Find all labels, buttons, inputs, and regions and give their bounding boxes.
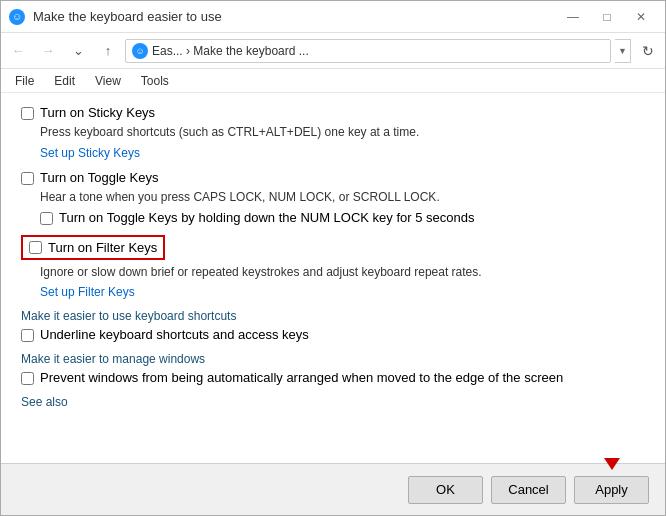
maximize-button[interactable]: □ [591,3,623,31]
filter-keys-link-text[interactable]: Set up Filter Keys [40,285,135,299]
filter-keys-label[interactable]: Turn on Filter Keys [48,240,157,255]
main-window: ☺ Make the keyboard easier to use — □ ✕ … [0,0,666,516]
bottom-bar: OK Cancel Apply [1,463,665,515]
keyboard-shortcuts-checkbox[interactable] [21,329,34,342]
refresh-button[interactable]: ↻ [635,38,661,64]
title-controls: — □ ✕ [557,3,657,31]
back-button[interactable]: ← [5,38,31,64]
window-title: Make the keyboard easier to use [33,9,222,24]
cancel-button[interactable]: Cancel [491,476,566,504]
apply-button-container: Apply [574,476,649,504]
content-area: Turn on Sticky Keys Press keyboard short… [1,93,665,463]
manage-windows-header: Make it easier to manage windows [21,352,645,366]
toggle-keys-description: Hear a tone when you press CAPS LOCK, NU… [40,189,645,206]
up-button[interactable]: ↑ [95,38,121,64]
filter-keys-description: Ignore or slow down brief or repeated ke… [40,264,645,281]
keyboard-shortcuts-label[interactable]: Underline keyboard shortcuts and access … [40,327,309,342]
manage-windows-checkbox[interactable] [21,372,34,385]
filter-keys-highlight-box: Turn on Filter Keys [21,235,165,260]
keyboard-shortcuts-row: Underline keyboard shortcuts and access … [21,327,645,342]
sticky-keys-description: Press keyboard shortcuts (such as CTRL+A… [40,124,645,141]
sticky-keys-row: Turn on Sticky Keys [21,105,645,120]
address-text: Eas... › Make the keyboard ... [152,44,309,58]
sticky-keys-link-text[interactable]: Set up Sticky Keys [40,146,140,160]
filter-keys-checkbox[interactable] [29,241,42,254]
keyboard-shortcuts-section: Make it easier to use keyboard shortcuts… [21,309,645,342]
manage-windows-section: Make it easier to manage windows Prevent… [21,352,645,385]
title-bar-left: ☺ Make the keyboard easier to use [9,9,222,25]
nav-bar: ← → ⌄ ↑ ☺ Eas... › Make the keyboard ...… [1,33,665,69]
minimize-button[interactable]: — [557,3,589,31]
sticky-keys-checkbox[interactable] [21,107,34,120]
menu-tools[interactable]: Tools [133,72,177,90]
toggle-keys-sub-row: Turn on Toggle Keys by holding down the … [40,210,645,225]
forward-button[interactable]: → [35,38,61,64]
ok-button[interactable]: OK [408,476,483,504]
dropdown-button[interactable]: ⌄ [65,38,91,64]
toggle-keys-checkbox[interactable] [21,172,34,185]
keyboard-shortcuts-header: Make it easier to use keyboard shortcuts [21,309,645,323]
toggle-keys-row: Turn on Toggle Keys [21,170,645,185]
manage-windows-label[interactable]: Prevent windows from being automatically… [40,370,563,385]
address-dropdown[interactable]: ▼ [615,39,631,63]
close-button[interactable]: ✕ [625,3,657,31]
apply-button[interactable]: Apply [574,476,649,504]
title-bar: ☺ Make the keyboard easier to use — □ ✕ [1,1,665,33]
menu-file[interactable]: File [7,72,42,90]
see-also-section: See also [21,395,645,409]
toggle-keys-sub-label[interactable]: Turn on Toggle Keys by holding down the … [59,210,475,225]
filter-keys-section: Turn on Filter Keys Ignore or slow down … [21,235,645,300]
toggle-keys-sub-checkbox[interactable] [40,212,53,225]
toggle-keys-label[interactable]: Turn on Toggle Keys [40,170,159,185]
manage-windows-row: Prevent windows from being automatically… [21,370,645,385]
filter-keys-link: Set up Filter Keys [40,284,645,299]
apply-arrow-icon [604,458,620,470]
sticky-keys-link: Set up Sticky Keys [40,145,645,160]
window-icon: ☺ [9,9,25,25]
address-bar[interactable]: ☺ Eas... › Make the keyboard ... [125,39,611,63]
see-also-header: See also [21,395,645,409]
sticky-keys-section: Turn on Sticky Keys Press keyboard short… [21,105,645,160]
toggle-keys-section: Turn on Toggle Keys Hear a tone when you… [21,170,645,225]
sticky-keys-label[interactable]: Turn on Sticky Keys [40,105,155,120]
address-icon: ☺ [132,43,148,59]
menu-bar: File Edit View Tools [1,69,665,93]
menu-view[interactable]: View [87,72,129,90]
menu-edit[interactable]: Edit [46,72,83,90]
